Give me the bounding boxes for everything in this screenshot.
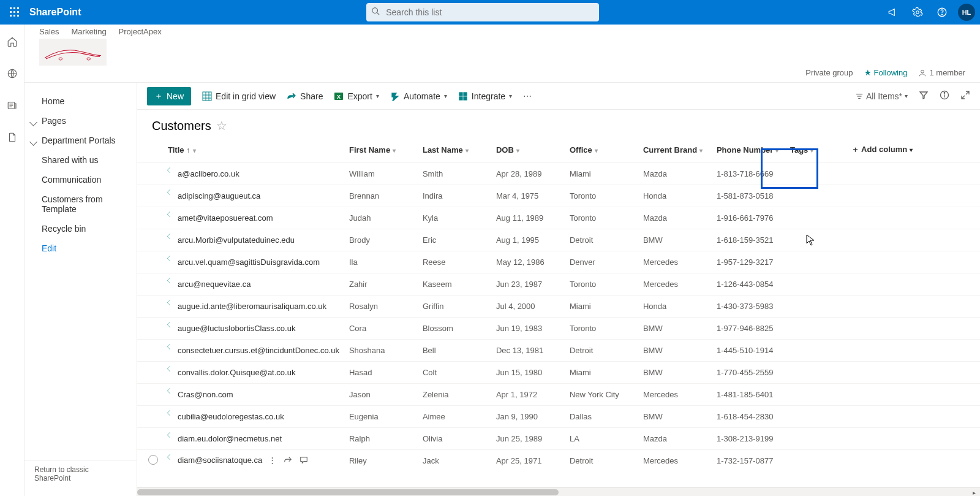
- cell-last: Eric: [418, 229, 491, 251]
- cell-title: arcu@nequevitae.ca: [163, 273, 344, 296]
- nav-item-customers-from-template[interactable]: Customers from Template: [24, 189, 137, 219]
- svg-rect-8: [17, 15, 19, 17]
- news-icon[interactable]: [5, 98, 20, 113]
- filter-icon[interactable]: [919, 90, 929, 102]
- column-header-phone-number[interactable]: Phone Number▾: [712, 137, 785, 163]
- home-icon[interactable]: [5, 34, 20, 49]
- nav-item-edit[interactable]: Edit: [24, 238, 137, 258]
- table-row[interactable]: cubilia@eudoloregestas.co.ukEugeniaAimee…: [137, 406, 980, 428]
- app-launcher-icon[interactable]: [5, 2, 24, 22]
- scroll-arrow-right-icon[interactable]: ▸: [973, 489, 979, 495]
- user-avatar[interactable]: HL: [958, 4, 975, 21]
- table-row[interactable]: convallis.dolor.Quisque@at.co.ukHasadCol…: [137, 362, 980, 384]
- table-row[interactable]: a@aclibero.co.ukWilliamSmithApr 28, 1989…: [137, 163, 980, 185]
- integrate-button[interactable]: Integrate ▾: [458, 91, 512, 101]
- cell-phone: 1-581-873-0518: [712, 185, 785, 207]
- cell-first: Judah: [344, 207, 418, 229]
- cell-office: LA: [565, 428, 638, 450]
- settings-icon[interactable]: [909, 4, 926, 21]
- site-header-area: Sales Marketing ProjectApex: [24, 25, 980, 66]
- svg-point-19: [59, 58, 62, 60]
- column-header-first-name[interactable]: First Name▾: [344, 137, 418, 163]
- cell-phone: 1-732-157-0877: [712, 450, 785, 472]
- nav-item-pages[interactable]: Pages: [24, 111, 137, 131]
- cell-brand: Mercedes: [638, 450, 712, 472]
- cell-last: Reese: [418, 251, 491, 273]
- automate-button[interactable]: Automate ▾: [390, 91, 447, 101]
- column-header-title[interactable]: Title ↑▾: [163, 137, 344, 163]
- select-all[interactable]: [137, 137, 163, 163]
- nav-item-recycle-bin[interactable]: Recycle bin: [24, 219, 137, 238]
- svg-rect-32: [464, 97, 467, 100]
- cell-first: Hasad: [344, 362, 418, 384]
- new-button[interactable]: ＋ New: [147, 87, 191, 105]
- table-row[interactable]: augue@luctuslobortisClass.co.ukCoraBloss…: [137, 318, 980, 340]
- megaphone-icon[interactable]: [884, 4, 902, 21]
- hub-nav-item[interactable]: ProjectApex: [119, 27, 162, 36]
- table-row[interactable]: Cras@non.comJasonZeleniaApr 1, 1972New Y…: [137, 384, 980, 406]
- search-box[interactable]: [366, 3, 599, 21]
- cell-last: Aimee: [418, 406, 491, 428]
- table-row[interactable]: diam.eu.dolor@necmetus.netRalphOliviaJun…: [137, 428, 980, 450]
- cell-title: a@aclibero.co.uk: [163, 163, 344, 185]
- hub-nav-item[interactable]: Sales: [39, 27, 59, 36]
- site-logo[interactable]: [39, 39, 107, 66]
- table-row[interactable]: amet@vitaeposuereat.comJudahKylaAug 11, …: [137, 207, 980, 229]
- nav-item-communication[interactable]: Communication: [24, 170, 137, 189]
- app-name[interactable]: SharePoint: [29, 7, 81, 18]
- column-header-office[interactable]: Office▾: [565, 137, 638, 163]
- cell-last: Olivia: [418, 428, 491, 450]
- svg-rect-3: [10, 11, 12, 13]
- row-comment-icon[interactable]: [300, 456, 308, 466]
- members-link[interactable]: 1 member: [918, 68, 965, 77]
- column-header-dob[interactable]: DOB▾: [491, 137, 565, 163]
- table-row[interactable]: adipiscing@augueut.caBrennanIndiraMar 4,…: [137, 185, 980, 207]
- cell-dob: Jun 23, 1987: [491, 273, 565, 296]
- command-bar: ＋ New Edit in grid view Share X: [137, 83, 980, 110]
- info-icon[interactable]: [940, 90, 949, 102]
- scroll-thumb[interactable]: [137, 489, 559, 495]
- svg-rect-29: [459, 93, 462, 96]
- column-header-tags[interactable]: Tags▾: [785, 137, 846, 163]
- row-select-icon[interactable]: [148, 455, 158, 465]
- table-row[interactable]: consectetuer.cursus.et@tinciduntDonec.co…: [137, 340, 980, 362]
- export-button[interactable]: X Export ▾: [334, 91, 379, 101]
- following-toggle[interactable]: ★ Following: [864, 68, 908, 77]
- add-column-button[interactable]: ＋ Add column ▾: [846, 137, 980, 163]
- table-row[interactable]: arcu.vel.quam@sagittisDuisgravida.comIla…: [137, 251, 980, 273]
- cell-phone: 1-813-718-6669: [712, 163, 785, 185]
- cell-dob: Jun 15, 1980: [491, 362, 565, 384]
- edit-grid-button[interactable]: Edit in grid view: [202, 91, 276, 101]
- table-row[interactable]: arcu@nequevitae.caZahirKaseemJun 23, 198…: [137, 273, 980, 296]
- files-icon[interactable]: [5, 130, 20, 145]
- cell-first: William: [344, 163, 418, 185]
- row-share-icon[interactable]: [284, 456, 292, 466]
- cell-brand: BMW: [638, 229, 712, 251]
- help-icon[interactable]: [933, 4, 951, 21]
- cell-dob: Aug 1, 1995: [491, 229, 565, 251]
- nav-item-home[interactable]: Home: [24, 91, 137, 111]
- nav-item-department-portals[interactable]: Department Portals: [24, 131, 137, 150]
- cell-first: Riley: [344, 450, 418, 472]
- globe-icon[interactable]: [5, 66, 20, 81]
- table-row[interactable]: arcu.Morbi@vulputateduinec.eduBrodyEricA…: [137, 229, 980, 251]
- expand-icon[interactable]: [960, 90, 970, 102]
- hub-nav-item[interactable]: Marketing: [72, 27, 107, 36]
- cell-tags: [785, 273, 846, 296]
- cell-tags: [785, 340, 846, 362]
- share-button[interactable]: Share: [287, 91, 323, 101]
- column-header-last-name[interactable]: Last Name▾: [418, 137, 491, 163]
- view-selector[interactable]: All Items* ▾: [855, 91, 908, 101]
- cell-first: Zahir: [344, 273, 418, 296]
- search-input[interactable]: [385, 7, 594, 18]
- favorite-star-icon[interactable]: ☆: [216, 118, 227, 133]
- cell-title: augue@luctuslobortisClass.co.uk: [163, 318, 344, 340]
- horizontal-scrollbar[interactable]: ▸: [137, 487, 980, 496]
- table-row[interactable]: diam@sociisnatoque.ca⋮RileyJackApr 25, 1…: [137, 450, 980, 472]
- row-more-icon[interactable]: ⋮: [268, 456, 276, 466]
- column-header-current-brand[interactable]: Current Brand▾: [638, 137, 712, 163]
- table-row[interactable]: augue.id.ante@liberomaurisaliquam.co.ukR…: [137, 296, 980, 318]
- more-button[interactable]: ⋯: [523, 91, 532, 101]
- nav-item-shared-with-us[interactable]: Shared with us: [24, 150, 137, 170]
- return-classic-link[interactable]: Return to classic SharePoint: [24, 460, 137, 487]
